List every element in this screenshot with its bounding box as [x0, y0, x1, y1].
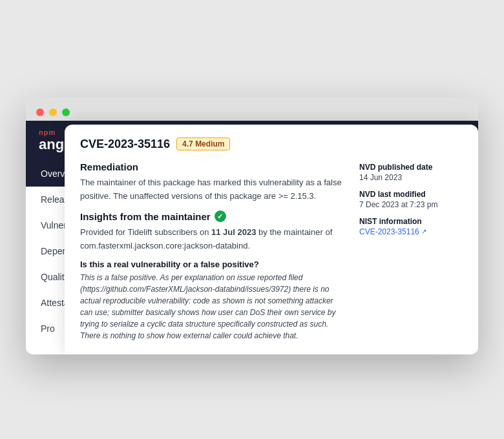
cve-id: CVE-2023-35116 — [80, 138, 170, 151]
external-link-icon: ↗ — [421, 228, 426, 235]
insights-label: Insights from the maintainer — [80, 211, 211, 222]
nvd-published-value: 14 Jun 2023 — [359, 173, 463, 182]
remediation-title: Remediation — [80, 161, 346, 172]
close-dot[interactable] — [36, 108, 44, 116]
nvd-modified-value: 7 Dec 2023 at 7:23 pm — [359, 200, 463, 209]
cve-sidebar-meta: NVD published date 14 Jun 2023 NVD last … — [359, 155, 463, 342]
insights-title-container: Insights from the maintainer ✓ — [80, 210, 346, 222]
fp-question: Is this a real vulnerability or a false … — [80, 260, 346, 269]
nist-link-text: CVE-2023-35116 — [359, 227, 419, 236]
cve-card: CVE-2023-35116 4.7 Medium Remediation Th… — [65, 125, 478, 354]
insights-text: Provided for Tidelift subscribers on 11 … — [80, 226, 346, 253]
cve-severity-badge: 4.7 Medium — [176, 138, 230, 150]
remediation-text: The maintainer of this package has marke… — [80, 176, 346, 203]
cve-header: CVE-2023-35116 4.7 Medium — [80, 138, 463, 151]
nist-label: NIST information — [359, 217, 463, 226]
cve-main-section: Remediation The maintainer of this packa… — [80, 155, 346, 342]
browser-window: npm angular Overview Releases Vulnerabil… — [26, 97, 478, 354]
insights-text-1: Provided for Tidelift subscribers on — [80, 227, 211, 237]
verified-icon: ✓ — [215, 210, 226, 222]
nist-link[interactable]: CVE-2023-35116 ↗ — [359, 227, 463, 236]
fp-text: This is a false positive. As per explana… — [80, 272, 346, 342]
minimize-dot[interactable] — [49, 108, 57, 116]
nvd-published-label: NVD published date — [359, 163, 463, 172]
fullscreen-dot[interactable] — [62, 108, 70, 116]
cve-content: Remediation The maintainer of this packa… — [80, 155, 463, 342]
insights-date: 11 Jul 2023 — [211, 227, 256, 237]
browser-chrome — [26, 97, 478, 121]
nvd-modified-label: NVD last modified — [359, 190, 463, 199]
